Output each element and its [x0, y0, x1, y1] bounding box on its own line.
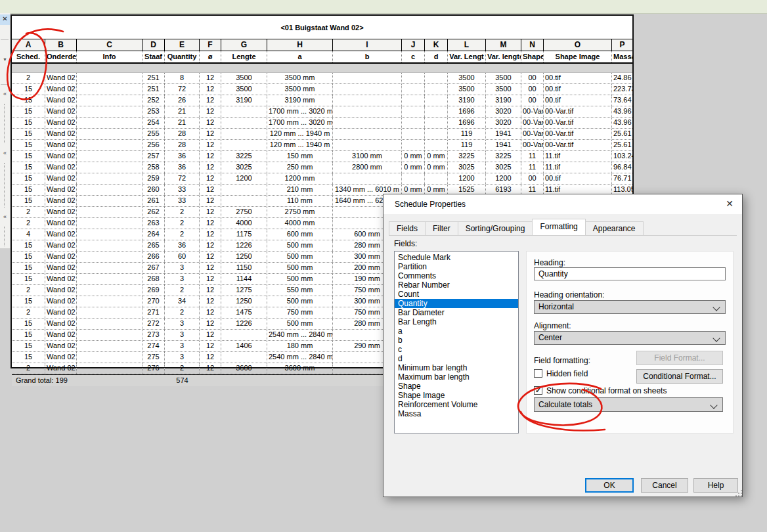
table-cell [402, 118, 425, 128]
table-cell: Wand 02 [45, 95, 77, 106]
table-cell: Wand 02 [45, 296, 77, 307]
hidden-field-checkbox[interactable] [534, 369, 542, 378]
fields-label: Fields: [394, 239, 417, 248]
table-cell: 3025 [486, 162, 521, 173]
table-cell: Wand 02 [45, 319, 77, 329]
field-item[interactable]: Maximum bar length [395, 372, 518, 382]
field-item[interactable]: Comments [395, 271, 518, 280]
schedule-title: <01 Buigstaat Wand 02> [12, 16, 632, 39]
conditional-format-button[interactable]: Conditional Format... [636, 369, 723, 384]
dialog-title: Schedule Properties [395, 200, 466, 209]
tab-sorting-grouping[interactable]: Sorting/Grouping [458, 221, 533, 235]
field-item[interactable]: Count [395, 290, 518, 299]
field-item[interactable]: Quantity [395, 299, 518, 308]
table-cell: Wand 02 [45, 352, 77, 363]
ok-button[interactable]: OK [585, 478, 634, 493]
field-item[interactable]: b [395, 336, 518, 345]
field-item[interactable]: Bar Length [395, 317, 518, 326]
table-cell: 251 [142, 73, 165, 83]
table-cell: 2540 mm ... 2840 m [267, 352, 333, 363]
table-cell: 1250 [221, 252, 267, 262]
help-button[interactable]: Help [693, 478, 738, 493]
table-cell [77, 285, 142, 296]
field-item[interactable]: Schedule Mark [395, 253, 518, 262]
table-cell [402, 95, 425, 106]
heading-orientation-dropdown[interactable]: Horizontal [534, 300, 726, 314]
field-item[interactable]: Partition [395, 262, 518, 271]
table-cell: 15 [12, 173, 45, 184]
table-cell: 12 [200, 330, 221, 340]
tab-filter[interactable]: Filter [425, 221, 458, 235]
table-cell: 3500 [486, 84, 521, 95]
field-item[interactable]: Massa [395, 409, 518, 418]
table-cell: 15 [12, 151, 45, 162]
tab-appearance[interactable]: Appearance [585, 221, 644, 235]
table-cell: 3500 [221, 84, 267, 95]
tab-formatting[interactable]: Formatting [532, 219, 585, 235]
alignment-value: Center [538, 333, 562, 342]
chevron-down-icon[interactable]: ▼ [0, 55, 10, 64]
field-item[interactable]: Shape Image [395, 391, 518, 400]
table-cell: 12 [200, 274, 221, 284]
grand-total-label: Grand total: 199 [16, 376, 68, 386]
table-cell: 600 mm [267, 229, 333, 240]
table-cell: 11.tif [544, 151, 612, 162]
chevron-down-icon [710, 401, 717, 409]
table-cell: d [425, 51, 448, 62]
table-cell: 1275 [221, 285, 267, 296]
table-cell: 15 [12, 319, 45, 329]
heading-input[interactable]: Quantity [534, 267, 726, 280]
close-icon[interactable]: ✕ [717, 194, 742, 213]
table-cell: 33 [165, 185, 200, 195]
table-cell: 12 [200, 106, 221, 117]
table-cell: 00 [521, 73, 544, 83]
field-item[interactable]: Rebar Number [395, 280, 518, 290]
field-item[interactable]: Reinforcement Volume [395, 400, 518, 409]
field-item[interactable]: Shape [395, 382, 518, 391]
table-cell: 258 [142, 162, 165, 173]
fields-listbox[interactable]: Schedule MarkPartitionCommentsRebar Numb… [394, 251, 519, 433]
table-cell: 4 [12, 229, 45, 240]
field-item[interactable]: d [395, 354, 518, 363]
table-cell: 00.tif [544, 95, 612, 106]
alignment-dropdown[interactable]: Center [534, 331, 726, 345]
table-cell: 120 mm ... 1940 m [267, 140, 333, 150]
table-cell: A [12, 39, 45, 51]
calculate-totals-dropdown[interactable]: Calculate totals [534, 397, 723, 412]
cancel-button[interactable]: Cancel [641, 478, 688, 493]
table-cell: 2 [165, 207, 200, 217]
table-cell: 3600 mm [267, 363, 333, 374]
field-item[interactable]: c [395, 345, 518, 354]
table-cell: E [165, 39, 200, 51]
table-cell [77, 173, 142, 184]
table-cell [77, 319, 142, 329]
field-item[interactable]: a [395, 326, 518, 336]
field-item[interactable]: Bar Diameter [395, 308, 518, 317]
tab-fields[interactable]: Fields [389, 221, 426, 235]
table-cell: Wand 02 [45, 307, 77, 318]
table-cell: 0 mm [402, 162, 425, 173]
resize-grip[interactable] [738, 493, 739, 494]
table-cell: Wand 02 [45, 252, 77, 262]
table-cell: N [521, 39, 544, 51]
table-cell [77, 95, 142, 106]
table-cell [77, 207, 142, 217]
show-conditional-format-checkbox[interactable] [534, 386, 542, 395]
table-cell: 260 [142, 185, 165, 195]
table-cell [221, 118, 267, 128]
calculate-totals-value: Calculate totals [538, 400, 592, 409]
table-cell: 2 [165, 285, 200, 296]
field-format-button[interactable]: Field Format... [636, 351, 723, 365]
double-chevron-icon[interactable]: « [0, 148, 10, 158]
table-cell: 3225 [486, 151, 521, 162]
field-item[interactable]: Minimum bar length [395, 363, 518, 372]
chevron-down-icon [712, 334, 720, 342]
column-letter-header-row: ABCDEFGHIJKLMNOP [12, 39, 632, 51]
double-chevron-icon[interactable]: « [0, 212, 10, 221]
double-chevron-icon[interactable]: « [0, 89, 10, 99]
table-cell: 12 [200, 173, 221, 184]
table-cell: 272 [142, 319, 165, 329]
table-cell: 15 [12, 129, 45, 139]
table-row: 15Wand 022552812120 mm ... 1940 m1191941… [12, 129, 632, 140]
close-icon[interactable]: ✕ [0, 14, 10, 25]
